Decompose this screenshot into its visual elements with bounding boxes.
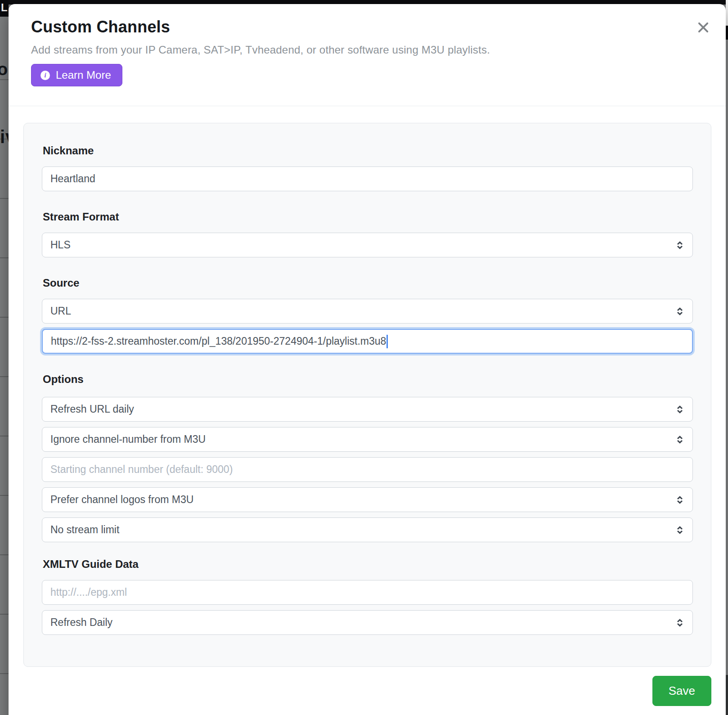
source-type-select[interactable]: URL [42, 299, 693, 324]
custom-channels-modal: Custom Channels Add streams from your IP… [9, 4, 726, 715]
stream-format-label: Stream Format [43, 211, 693, 223]
stream-limit-value: No stream limit [50, 524, 119, 536]
form-panel: Nickname Stream Format HLS Source URL ht [23, 123, 711, 667]
info-icon: i [40, 71, 50, 80]
page-title: Custom Channels [31, 18, 703, 36]
underlay-left-sliver: L o iv [0, 0, 9, 715]
select-chevron-icon [674, 617, 685, 628]
options-label: Options [43, 373, 693, 385]
nickname-label: Nickname [43, 145, 693, 157]
refresh-url-select[interactable]: Refresh URL daily [42, 397, 693, 422]
scrollbar-track [726, 40, 728, 675]
select-chevron-icon [674, 495, 685, 505]
modal-footer: Save [23, 676, 711, 706]
source-url-value: https://2-fss-2.streamhoster.com/pl_138/… [51, 335, 386, 347]
starting-channel-number-input[interactable] [42, 457, 693, 482]
xmltv-refresh-value: Refresh Daily [50, 616, 112, 629]
underlay-text-fragment-1: o [0, 60, 8, 79]
select-chevron-icon [674, 404, 685, 415]
modal-body: Nickname Stream Format HLS Source URL ht [9, 106, 726, 706]
underlay-text-fragment-2: iv [0, 127, 9, 147]
channel-number-value: Ignore channel-number from M3U [50, 433, 206, 445]
stream-limit-select[interactable]: No stream limit [42, 517, 693, 542]
channel-number-select[interactable]: Ignore channel-number from M3U [42, 427, 693, 452]
close-icon [696, 20, 710, 35]
underlay-scrollbar [726, 0, 728, 715]
xmltv-url-input[interactable] [42, 580, 693, 605]
select-chevron-icon [674, 434, 685, 445]
underlay-header-edge [726, 26, 728, 40]
stream-format-select[interactable]: HLS [42, 233, 693, 257]
select-chevron-icon [674, 240, 685, 251]
scrollbar-thumb [726, 675, 728, 715]
source-url-input[interactable]: https://2-fss-2.streamhoster.com/pl_138/… [42, 329, 693, 354]
modal-subtitle: Add streams from your IP Camera, SAT>IP,… [31, 44, 703, 56]
stream-format-value: HLS [50, 239, 71, 251]
source-type-value: URL [50, 305, 71, 317]
text-caret [386, 335, 388, 348]
save-button[interactable]: Save [652, 676, 711, 706]
close-button[interactable] [696, 20, 711, 36]
select-chevron-icon [674, 306, 685, 317]
xmltv-label: XMLTV Guide Data [43, 558, 693, 570]
channel-logos-select[interactable]: Prefer channel logos from M3U [42, 487, 693, 512]
channel-logos-value: Prefer channel logos from M3U [50, 494, 193, 506]
scrollbar-track-top [726, 0, 728, 26]
learn-more-label: Learn More [56, 69, 111, 81]
nickname-input[interactable] [42, 166, 693, 191]
refresh-url-value: Refresh URL daily [50, 403, 134, 415]
underlay-table-rows: o iv [0, 17, 9, 715]
underlay-navbar-fragment: L [0, 0, 9, 17]
source-label: Source [43, 277, 693, 289]
xmltv-refresh-select[interactable]: Refresh Daily [42, 610, 693, 635]
modal-header: Custom Channels Add streams from your IP… [9, 4, 726, 106]
select-chevron-icon [674, 525, 685, 535]
learn-more-button[interactable]: i Learn More [31, 64, 122, 86]
